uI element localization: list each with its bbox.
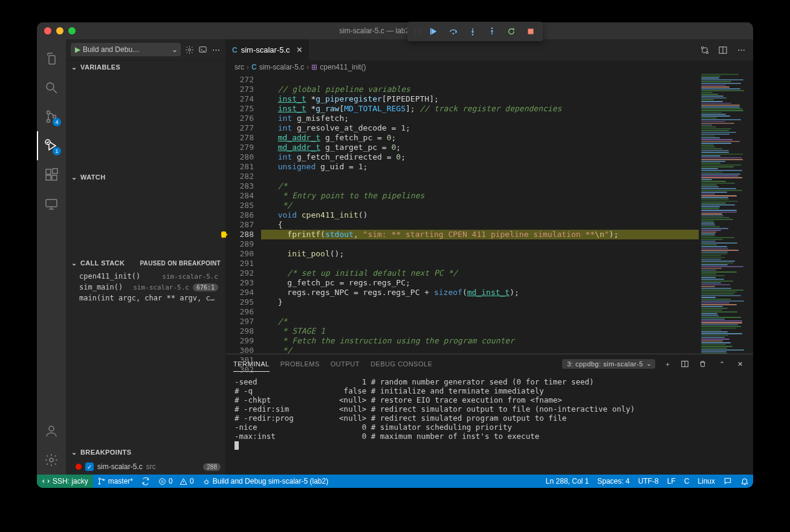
indentation[interactable]: Spaces: 4 xyxy=(593,475,633,488)
more-icon[interactable]: ⋯ xyxy=(735,44,747,56)
breakpoints-header[interactable]: ⌄BREAKPOINTS xyxy=(66,446,225,459)
chevron-down-icon: ⌄ xyxy=(71,259,78,267)
svg-rect-11 xyxy=(46,175,51,180)
svg-rect-14 xyxy=(46,199,57,207)
debug-badge: 1 xyxy=(53,147,61,155)
editor-tabs: C sim-scalar-5.c ✕ ⋯ xyxy=(226,39,753,60)
svg-point-15 xyxy=(49,426,54,431)
compare-icon[interactable] xyxy=(699,44,711,56)
editor-tab[interactable]: C sim-scalar-5.c ✕ xyxy=(226,39,309,60)
eol[interactable]: LF xyxy=(663,475,680,488)
problems-tab[interactable]: PROBLEMS xyxy=(280,357,320,371)
svg-point-6 xyxy=(47,111,50,114)
output-tab[interactable]: OUTPUT xyxy=(331,357,360,371)
grip-icon[interactable]: ⋮⋮ xyxy=(411,28,423,35)
svg-point-1 xyxy=(453,33,455,34)
stack-frame[interactable]: main(int argc, char ** argv, char * xyxy=(66,293,225,303)
bell-icon[interactable] xyxy=(736,475,753,488)
problems-status[interactable]: 0 0 xyxy=(154,475,198,488)
breakpoint-row[interactable]: ✓ sim-scalar-5.c src 288 xyxy=(66,461,225,472)
svg-rect-12 xyxy=(52,175,57,180)
account-button[interactable] xyxy=(37,417,66,446)
breadcrumb[interactable]: src› C sim-scalar-5.c› ⊞ cpen411_init() xyxy=(226,60,753,74)
breakpoint-dot-icon xyxy=(76,464,82,470)
split-terminal-button[interactable] xyxy=(681,360,691,368)
explorer-tab[interactable] xyxy=(37,44,66,73)
scm-badge: 4 xyxy=(53,118,61,126)
watch-body xyxy=(66,184,225,256)
svg-rect-18 xyxy=(199,47,206,52)
chevron-down-icon: ⌄ xyxy=(172,45,178,54)
variables-body xyxy=(66,74,225,170)
debug-tab[interactable]: 1 xyxy=(37,131,66,160)
svg-point-17 xyxy=(188,48,190,51)
feedback-icon[interactable] xyxy=(719,475,736,488)
remote-tab[interactable] xyxy=(37,189,66,218)
scm-tab[interactable]: 4 xyxy=(37,102,66,131)
line-gutter: 2722732742752762772782792802812822832842… xyxy=(226,74,261,354)
os-indicator[interactable]: Linux xyxy=(693,475,719,488)
minimap[interactable] xyxy=(699,74,753,354)
svg-point-23 xyxy=(99,478,100,479)
svg-point-5 xyxy=(47,83,54,90)
bottom-panel: TERMINAL PROBLEMS OUTPUT DEBUG CONSOLE 3… xyxy=(226,354,753,475)
chevron-down-icon: ⌄ xyxy=(71,63,78,71)
c-file-icon: C xyxy=(232,46,238,54)
debug-sidebar: ▶ Build and Debu… ⌄ ⋯ ⌄VARIABLES ⌄WATCH … xyxy=(66,39,226,475)
svg-point-19 xyxy=(701,47,703,48)
restart-button[interactable] xyxy=(503,24,520,39)
callstack-status: PAUSED ON BREAKPOINT xyxy=(140,260,221,267)
svg-point-7 xyxy=(47,120,50,123)
step-out-button[interactable] xyxy=(484,24,500,39)
callstack-header[interactable]: ⌄CALL STACKPAUSED ON BREAKPOINT xyxy=(66,256,225,270)
code-content[interactable]: // global pipeline variables inst_t *g_p… xyxy=(261,74,699,354)
debug-console-tab[interactable]: DEBUG CONSOLE xyxy=(371,357,432,371)
run-config-select[interactable]: ▶ Build and Debu… ⌄ xyxy=(71,43,181,56)
new-terminal-button[interactable]: ＋ xyxy=(662,360,673,369)
language-mode[interactable]: C xyxy=(680,475,694,488)
cursor-position[interactable]: Ln 288, Col 1 xyxy=(542,475,593,488)
git-branch[interactable]: master* xyxy=(93,475,137,488)
run-config-label: Build and Debu… xyxy=(83,45,140,54)
stack-frame[interactable]: cpen411_init()sim-scalar-5.c xyxy=(66,271,225,282)
svg-rect-10 xyxy=(46,169,51,174)
svg-point-2 xyxy=(472,34,474,36)
extensions-tab[interactable] xyxy=(37,160,66,189)
play-icon: ▶ xyxy=(75,45,80,54)
run-header: ▶ Build and Debu… ⌄ ⋯ xyxy=(66,39,225,60)
terminal-cursor xyxy=(235,441,239,450)
step-into-button[interactable] xyxy=(464,24,481,39)
continue-button[interactable] xyxy=(426,24,442,39)
variables-header[interactable]: ⌄VARIABLES xyxy=(66,60,225,74)
svg-rect-0 xyxy=(430,28,431,35)
breakpoint-checkbox[interactable]: ✓ xyxy=(85,462,94,471)
vscode-window: ⋮⋮ sim-scalar-5.c — lab2 [SSH: jacky] 4 … xyxy=(37,22,753,488)
debug-task[interactable]: Build and Debug sim-scalar-5 (lab2) xyxy=(198,475,332,488)
svg-point-16 xyxy=(50,458,53,462)
step-over-button[interactable] xyxy=(445,24,462,39)
activity-bar: 4 1 xyxy=(37,39,66,475)
code-editor[interactable]: 2722732742752762772782792802812822832842… xyxy=(226,74,753,354)
terminal-output[interactable]: -seed 1 # random number generator seed (… xyxy=(226,374,753,475)
close-tab-button[interactable]: ✕ xyxy=(296,45,303,54)
svg-point-20 xyxy=(706,51,708,53)
debug-toolbar[interactable]: ⋮⋮ xyxy=(407,22,543,41)
settings-button[interactable] xyxy=(37,446,66,475)
encoding[interactable]: UTF-8 xyxy=(634,475,663,488)
stop-button[interactable] xyxy=(522,24,539,39)
gear-icon[interactable] xyxy=(184,45,194,54)
terminal-select[interactable]: 3: cppdbg: sim-scalar-5 xyxy=(562,359,655,369)
close-panel-button[interactable]: ✕ xyxy=(735,360,746,368)
chevron-down-icon: ⌄ xyxy=(71,174,78,181)
debug-console-icon[interactable] xyxy=(198,45,207,54)
watch-header[interactable]: ⌄WATCH xyxy=(66,170,225,184)
maximize-panel-button[interactable]: ⌃ xyxy=(717,360,728,368)
window-title: sim-scalar-5.c — lab2 [SSH: jacky] xyxy=(37,27,753,35)
sync-button[interactable] xyxy=(137,475,154,488)
stack-frame[interactable]: sim_main()sim-scalar-5.c676:1 xyxy=(66,282,225,293)
split-editor-icon[interactable] xyxy=(717,44,729,56)
kill-terminal-button[interactable] xyxy=(699,360,710,368)
search-tab[interactable] xyxy=(37,73,66,102)
remote-indicator[interactable]: SSH: jacky xyxy=(37,475,93,488)
more-icon[interactable]: ⋯ xyxy=(211,45,221,54)
